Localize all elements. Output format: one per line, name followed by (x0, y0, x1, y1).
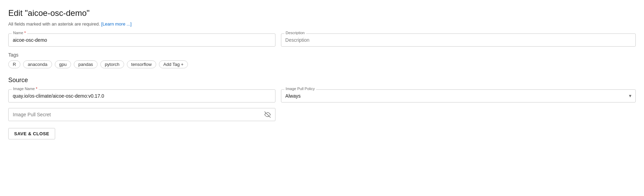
image-name-label: Image Name * (12, 87, 39, 91)
image-pull-policy-select[interactable]: Always IfNotPresent Never (281, 89, 636, 102)
source-section-title: Source (8, 77, 636, 84)
learn-more-link[interactable]: [Learn more ...] (101, 21, 132, 27)
image-row: Image Name * Image Pull Policy Always If… (8, 89, 636, 102)
image-pull-policy-wrapper: Image Pull Policy Always IfNotPresent Ne… (281, 89, 636, 102)
page-title: Edit "aicoe-osc-demo" (8, 8, 636, 18)
required-note: All fields marked with an asterisk are r… (8, 21, 636, 27)
page-container: Edit "aicoe-osc-demo" All fields marked … (0, 0, 644, 196)
source-section: Source Image Name * Image Pull Policy Al… (8, 77, 636, 139)
name-field-wrapper: Name * (8, 33, 275, 47)
eye-hidden-icon (264, 111, 271, 118)
actions-row: SAVE & CLOSE (8, 128, 636, 139)
tag-chip-gpu[interactable]: gpu (55, 60, 71, 68)
name-field-label: Name * (12, 31, 27, 35)
description-input[interactable] (281, 33, 636, 47)
image-pull-policy-label: Image Pull Policy (284, 87, 316, 91)
name-input[interactable] (8, 33, 275, 47)
tag-chip-pytorch[interactable]: pytorch (100, 60, 124, 68)
name-required-star: * (24, 31, 26, 35)
tag-chip-anaconda[interactable]: anaconda (23, 60, 52, 68)
description-field-label: Description (284, 31, 306, 35)
image-pull-secret-input[interactable] (8, 108, 275, 121)
image-pull-secret-wrapper (8, 108, 275, 121)
tag-chip-r[interactable]: R (8, 60, 20, 68)
image-name-required-star: * (36, 87, 37, 91)
tags-section: Tags R anaconda gpu pandas pytorch tenso… (8, 52, 636, 68)
description-field-wrapper: Description (281, 33, 636, 47)
save-close-button[interactable]: SAVE & CLOSE (8, 128, 55, 139)
add-tag-button[interactable]: Add Tag + (159, 60, 188, 68)
tags-label: Tags (8, 52, 636, 58)
name-description-row: Name * Description (8, 33, 636, 47)
tags-container: R anaconda gpu pandas pytorch tensorflow… (8, 60, 636, 68)
tag-chip-tensorflow[interactable]: tensorflow (127, 60, 156, 68)
image-name-wrapper: Image Name * (8, 89, 275, 102)
tag-chip-pandas[interactable]: pandas (74, 60, 98, 68)
toggle-secret-visibility-button[interactable] (263, 110, 272, 119)
image-pull-secret-row (8, 108, 636, 121)
image-name-input[interactable] (8, 89, 275, 102)
